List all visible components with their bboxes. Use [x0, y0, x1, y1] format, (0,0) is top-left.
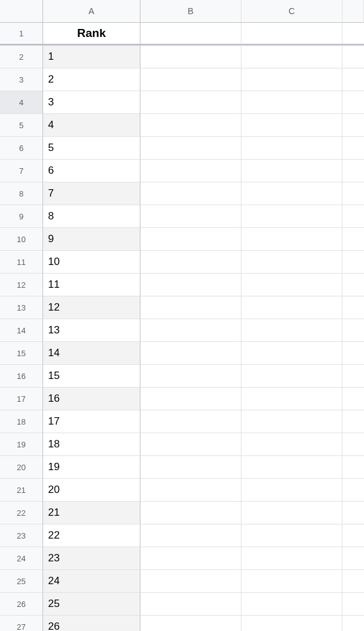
row-header-14[interactable]: 14: [0, 319, 43, 342]
cell-D6[interactable]: [342, 137, 364, 160]
cell-D11[interactable]: [342, 251, 364, 274]
row-header-27[interactable]: 27: [0, 616, 43, 631]
cell-C15[interactable]: [241, 342, 342, 365]
cell-C8[interactable]: [241, 182, 342, 205]
cell-D16[interactable]: [342, 365, 364, 388]
row-header-25[interactable]: 25: [0, 570, 43, 593]
cell-D20[interactable]: [342, 456, 364, 479]
row-header-8[interactable]: 8: [0, 182, 43, 205]
cell-A6[interactable]: 5: [43, 137, 140, 160]
cell-D14[interactable]: [342, 319, 364, 342]
cell-D21[interactable]: [342, 479, 364, 502]
cell-A23[interactable]: 22: [43, 524, 140, 547]
column-header-partial[interactable]: [342, 0, 364, 23]
cell-D27[interactable]: [342, 616, 364, 631]
row-header-11[interactable]: 11: [0, 251, 43, 274]
cell-A5[interactable]: 4: [43, 114, 140, 137]
cell-B3[interactable]: [140, 68, 241, 91]
cell-D1[interactable]: [342, 23, 364, 46]
cell-B4[interactable]: [140, 91, 241, 114]
row-header-16[interactable]: 16: [0, 365, 43, 388]
cell-D22[interactable]: [342, 502, 364, 524]
cell-A17[interactable]: 16: [43, 388, 140, 410]
cell-C5[interactable]: [241, 114, 342, 137]
cell-A27[interactable]: 26: [43, 616, 140, 631]
row-header-2[interactable]: 2: [0, 46, 43, 68]
cell-B9[interactable]: [140, 205, 241, 228]
cell-A21[interactable]: 20: [43, 479, 140, 502]
cell-A25[interactable]: 24: [43, 570, 140, 593]
cell-C26[interactable]: [241, 593, 342, 616]
cell-D8[interactable]: [342, 182, 364, 205]
row-header-26[interactable]: 26: [0, 593, 43, 616]
row-header-23[interactable]: 23: [0, 524, 43, 547]
cell-C23[interactable]: [241, 524, 342, 547]
cell-C6[interactable]: [241, 137, 342, 160]
cell-C22[interactable]: [241, 502, 342, 524]
cell-A13[interactable]: 12: [43, 296, 140, 319]
cell-A3[interactable]: 2: [43, 68, 140, 91]
cell-D18[interactable]: [342, 410, 364, 433]
cell-C9[interactable]: [241, 205, 342, 228]
cell-B27[interactable]: [140, 616, 241, 631]
cell-D17[interactable]: [342, 388, 364, 410]
cell-A19[interactable]: 18: [43, 433, 140, 456]
select-all-corner[interactable]: [0, 0, 43, 23]
cell-B6[interactable]: [140, 137, 241, 160]
cell-B15[interactable]: [140, 342, 241, 365]
cell-B16[interactable]: [140, 365, 241, 388]
cell-A10[interactable]: 9: [43, 228, 140, 251]
cell-C2[interactable]: [241, 46, 342, 68]
cell-B25[interactable]: [140, 570, 241, 593]
cell-D13[interactable]: [342, 296, 364, 319]
cell-A22[interactable]: 21: [43, 502, 140, 524]
cell-A15[interactable]: 14: [43, 342, 140, 365]
cell-D7[interactable]: [342, 160, 364, 182]
cell-B10[interactable]: [140, 228, 241, 251]
cell-D12[interactable]: [342, 274, 364, 296]
cell-C19[interactable]: [241, 433, 342, 456]
cell-B14[interactable]: [140, 319, 241, 342]
cell-B19[interactable]: [140, 433, 241, 456]
cell-B23[interactable]: [140, 524, 241, 547]
cell-A26[interactable]: 25: [43, 593, 140, 616]
row-header-12[interactable]: 12: [0, 274, 43, 296]
cell-D26[interactable]: [342, 593, 364, 616]
cell-A8[interactable]: 7: [43, 182, 140, 205]
cell-B5[interactable]: [140, 114, 241, 137]
cell-C17[interactable]: [241, 388, 342, 410]
cell-C20[interactable]: [241, 456, 342, 479]
cell-C4[interactable]: [241, 91, 342, 114]
column-header-B[interactable]: B: [140, 0, 241, 23]
row-header-1[interactable]: 1: [0, 23, 43, 46]
cell-C16[interactable]: [241, 365, 342, 388]
cell-D24[interactable]: [342, 547, 364, 570]
cell-B12[interactable]: [140, 274, 241, 296]
cell-B24[interactable]: [140, 547, 241, 570]
column-header-C[interactable]: C: [241, 0, 342, 23]
cell-C10[interactable]: [241, 228, 342, 251]
cell-B22[interactable]: [140, 502, 241, 524]
cell-D15[interactable]: [342, 342, 364, 365]
row-header-5[interactable]: 5: [0, 114, 43, 137]
cell-D19[interactable]: [342, 433, 364, 456]
cell-D2[interactable]: [342, 46, 364, 68]
cell-C3[interactable]: [241, 68, 342, 91]
cell-C12[interactable]: [241, 274, 342, 296]
cell-C27[interactable]: [241, 616, 342, 631]
cell-B21[interactable]: [140, 479, 241, 502]
row-header-9[interactable]: 9: [0, 205, 43, 228]
cell-B8[interactable]: [140, 182, 241, 205]
row-header-6[interactable]: 6: [0, 137, 43, 160]
cell-A7[interactable]: 6: [43, 160, 140, 182]
column-header-A[interactable]: A: [43, 0, 140, 23]
cell-C25[interactable]: [241, 570, 342, 593]
cell-A16[interactable]: 15: [43, 365, 140, 388]
cell-B7[interactable]: [140, 160, 241, 182]
cell-D5[interactable]: [342, 114, 364, 137]
cell-C11[interactable]: [241, 251, 342, 274]
cell-A14[interactable]: 13: [43, 319, 140, 342]
row-header-7[interactable]: 7: [0, 160, 43, 182]
cell-A18[interactable]: 17: [43, 410, 140, 433]
cell-B20[interactable]: [140, 456, 241, 479]
